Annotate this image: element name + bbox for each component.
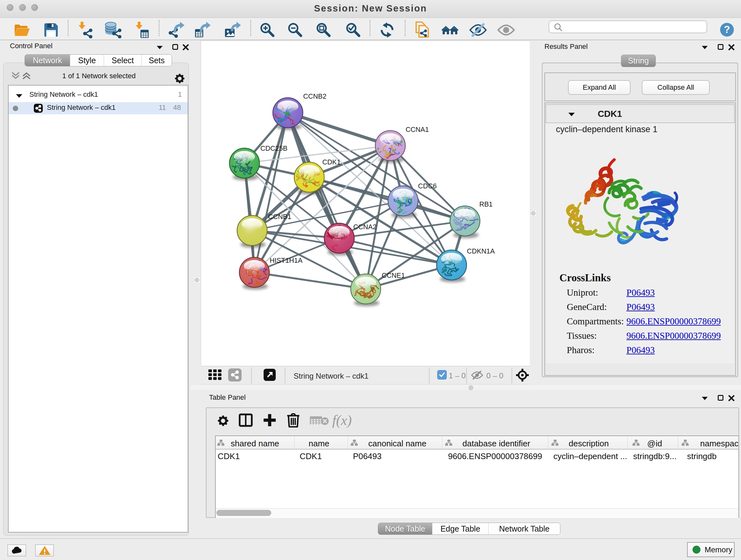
svg-text:CCNA1: CCNA1 — [406, 126, 429, 133]
svg-text:CDC25B: CDC25B — [260, 145, 287, 152]
svg-text:CCNE1: CCNE1 — [382, 272, 405, 279]
svg-text:CCNA2: CCNA2 — [353, 223, 377, 231]
svg-text:?: ? — [724, 24, 730, 35]
svg-text:CDK1: CDK1 — [322, 159, 340, 166]
svg-text:CDC6: CDC6 — [418, 182, 437, 190]
svg-text:RB1: RB1 — [479, 200, 493, 208]
svg-text:CCNB2: CCNB2 — [303, 92, 327, 100]
svg-text:CDKN1A: CDKN1A — [467, 247, 495, 255]
svg-text:CCNB1: CCNB1 — [268, 213, 291, 221]
svg-text:HIST1H1A: HIST1H1A — [270, 257, 302, 264]
